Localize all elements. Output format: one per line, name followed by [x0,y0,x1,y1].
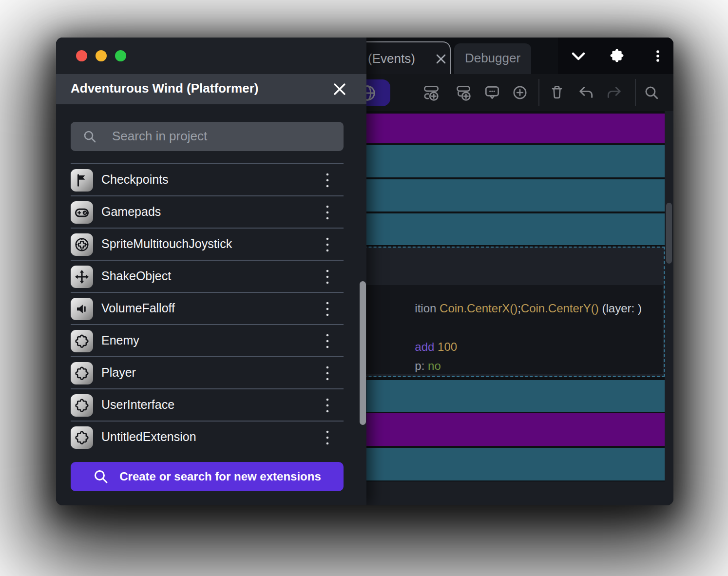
add-event-icon[interactable] [422,83,441,102]
list-item-userinterface[interactable]: UserInterface [71,388,344,421]
project-title: Adventurous Wind (Platformer) [71,81,258,96]
macos-titlebar [56,38,366,74]
list-item-enemy[interactable]: Enemy [71,324,344,356]
event-condition-text: ition Coin.CenterX();Coin.CenterY() (lay… [369,288,642,329]
puzzle-icon [74,398,90,413]
puzzle-extensions-icon[interactable] [609,48,625,64]
item-menu-icon[interactable] [322,202,333,223]
create-extension-label: Create or search for new extensions [119,470,321,483]
move-arrows-icon [74,269,90,285]
list-item-checkpoints[interactable]: Checkpoints [71,163,344,195]
item-menu-icon[interactable] [322,170,333,191]
add-subevent-icon[interactable] [454,83,472,102]
item-menu-icon[interactable] [322,299,333,319]
item-menu-icon[interactable] [322,363,333,384]
search-icon [82,129,97,144]
puzzle-icon [74,365,90,381]
tab-debugger[interactable]: Debugger [454,43,531,74]
redo-icon[interactable] [605,83,624,102]
toolbar-divider [635,79,636,106]
tab-debugger-label: Debugger [454,43,531,73]
puzzle-icon [74,430,90,445]
item-menu-icon[interactable] [322,331,333,351]
extensions-list: Checkpoints Gamepads [71,163,344,453]
delete-trash-icon[interactable] [548,83,566,102]
window-menu-area [558,38,673,74]
project-search-input[interactable]: Search in project [71,122,344,151]
close-window-button[interactable] [76,50,87,61]
search-placeholder: Search in project [112,129,207,144]
add-plus-icon[interactable] [511,83,529,102]
chevron-down-icon[interactable] [570,48,587,65]
minimize-window-button[interactable] [96,50,107,61]
tab-close-icon[interactable] [435,53,447,65]
undo-icon[interactable] [576,83,595,102]
item-menu-icon[interactable] [322,427,333,448]
gamepad-icon [74,205,90,220]
drawer-scrollbar-thumb[interactable] [360,281,366,425]
create-extension-button[interactable]: Create or search for new extensions [71,462,344,491]
joystick-icon [74,237,90,252]
flag-icon [75,173,89,188]
puzzle-icon [74,333,90,349]
app-window: (Events) Debugger [56,38,673,505]
add-comment-icon[interactable] [483,83,501,102]
speaker-icon [75,302,89,316]
zoom-window-button[interactable] [115,50,126,61]
project-manager-drawer: Adventurous Wind (Platformer) Search in … [56,38,366,505]
tab-events-label: (Events) [368,51,415,66]
item-menu-icon[interactable] [322,395,333,416]
item-menu-icon[interactable] [322,267,333,287]
close-drawer-icon[interactable] [333,82,346,96]
toolbar-divider [538,79,539,106]
item-menu-icon[interactable] [322,234,333,255]
list-item-volumefalloff[interactable]: VolumeFalloff [71,292,344,324]
search-events-icon[interactable] [642,83,661,102]
search-icon [93,469,109,484]
list-item-player[interactable]: Player [71,356,344,388]
events-scrollbar-thumb[interactable] [666,203,672,264]
list-item-shakeobject[interactable]: ShakeObject [71,260,344,292]
list-item-untitledextension[interactable]: UntitledExtension [71,421,344,453]
kebab-menu-icon[interactable] [650,48,666,64]
list-item-spritemultitouchjoystick[interactable]: SpriteMultitouchJoystick [71,228,344,260]
drawer-header: Adventurous Wind (Platformer) [56,74,366,104]
list-item-gamepads[interactable]: Gamepads [71,195,344,228]
